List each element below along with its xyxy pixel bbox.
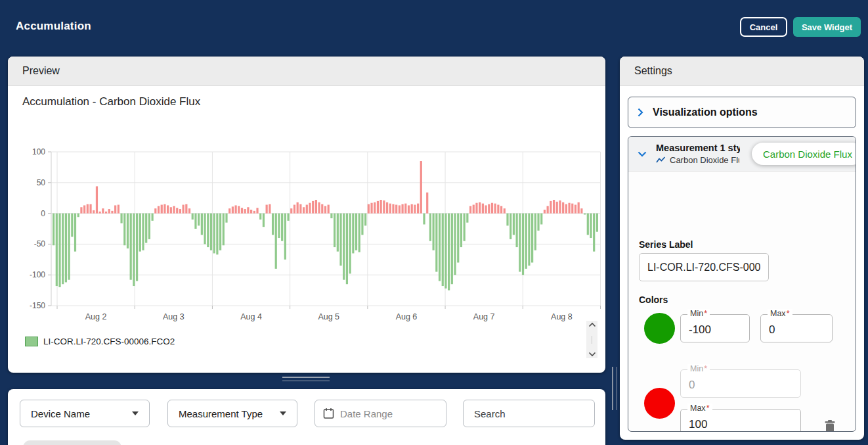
measurement-style-header-text: Measurement 1 style Carbon Dioxide Flux [656, 143, 740, 165]
legend-swatch [25, 337, 38, 346]
app-window: Accumulation Cancel Save Widget Preview … [0, 0, 868, 445]
device-name-dropdown[interactable]: Device Name [20, 400, 150, 427]
svg-text:-100: -100 [30, 270, 45, 279]
scroll-down-icon[interactable] [588, 352, 596, 357]
svg-text:Aug 3: Aug 3 [163, 312, 184, 321]
svg-text:-150: -150 [30, 301, 45, 310]
scroll-up-icon[interactable] [588, 322, 596, 327]
measurement-type-dropdown[interactable]: Measurement Type [167, 400, 297, 427]
date-range-input[interactable] [340, 408, 438, 419]
svg-text:-50: -50 [34, 239, 46, 248]
svg-text:Aug 7: Aug 7 [473, 312, 495, 321]
min-field-2: Min* [680, 369, 801, 398]
device-name-dropdown-label: Device Name [31, 408, 90, 419]
max-field-2-label: Max* [687, 404, 712, 413]
page-title: Accumulation [16, 20, 91, 33]
settings-panel-title: Settings [634, 65, 672, 77]
max-field-1: Max* [760, 314, 833, 342]
save-widget-button[interactable]: Save Widget [793, 17, 861, 37]
measurement-name-label: Carbon Dioxide Flux [670, 155, 739, 165]
svg-text:Aug 2: Aug 2 [85, 312, 107, 321]
accumulation-bar-chart: 100500-50-100-150Aug 2Aug 3Aug 4Aug 5Aug… [8, 129, 605, 327]
chevron-down-icon [638, 151, 647, 157]
svg-text:0: 0 [41, 209, 45, 218]
date-range-field[interactable] [315, 400, 446, 427]
chart-legend[interactable]: LI-COR.LI-720.CFS-00006.FCO2 [25, 337, 175, 346]
visualization-options-accordion[interactable]: Visualization options [628, 97, 856, 128]
trash-icon [823, 419, 836, 432]
series-label-input[interactable] [639, 253, 769, 281]
filter-bar: Device Name Measurement Type [8, 389, 605, 445]
bottom-tab-pill[interactable] [23, 440, 121, 445]
cancel-button[interactable]: Cancel [740, 17, 787, 37]
vertical-resize-handle[interactable] [612, 367, 617, 410]
max-field-1-input[interactable] [761, 315, 832, 342]
calendar-icon [323, 408, 334, 419]
chart-title: Accumulation - Carbon Dioxide Flux [22, 95, 200, 108]
max-field-2: Max* [680, 409, 801, 432]
line-chart-icon [656, 156, 666, 164]
min-field-1: Min* [680, 314, 750, 342]
preview-panel: Preview Accumulation - Carbon Dioxide Fl… [8, 57, 605, 373]
max-field-2-input[interactable] [681, 410, 800, 432]
measurement-style-accordion: Measurement 1 style Carbon Dioxide Flux … [628, 136, 856, 432]
measurement-type-dropdown-label: Measurement Type [179, 408, 263, 419]
svg-text:Aug 4: Aug 4 [240, 312, 262, 321]
measurement-style-title: Measurement 1 style [656, 143, 740, 153]
svg-text:100: 100 [32, 147, 45, 156]
delete-color-button[interactable] [823, 419, 836, 432]
svg-text:Aug 5: Aug 5 [318, 312, 339, 321]
chevron-right-icon [638, 108, 643, 117]
legend-label: LI-COR.LI-720.CFS-00006.FCO2 [43, 337, 175, 346]
chevron-down-icon [132, 411, 139, 415]
colors-heading: Colors [639, 294, 668, 305]
min-field-2-input[interactable] [681, 370, 800, 397]
max-field-1-label: Max* [768, 309, 792, 318]
visualization-options-label: Visualization options [653, 106, 758, 118]
settings-panel: Settings Visualization options Measureme… [620, 57, 864, 440]
measurement-tooltip-chip: Carbon Dioxide Flux [752, 143, 856, 165]
search-input[interactable] [474, 408, 584, 419]
color-swatch-red[interactable] [644, 388, 675, 419]
color-swatch-green[interactable] [644, 313, 675, 344]
chevron-down-icon [280, 411, 286, 415]
min-field-1-input[interactable] [681, 315, 749, 342]
series-label-heading: Series Label [639, 239, 693, 250]
svg-text:50: 50 [37, 178, 46, 187]
scrollbar-track [592, 336, 592, 344]
svg-text:Aug 8: Aug 8 [551, 312, 573, 321]
svg-text:Aug 6: Aug 6 [396, 312, 418, 321]
horizontal-resize-handle[interactable] [282, 377, 330, 383]
min-field-2-label: Min* [687, 364, 710, 373]
preview-panel-header: Preview [8, 57, 605, 86]
measurement-style-header[interactable]: Measurement 1 style Carbon Dioxide Flux … [628, 137, 856, 172]
preview-panel-title: Preview [22, 65, 60, 77]
min-field-1-label: Min* [687, 309, 710, 318]
search-field[interactable] [463, 400, 595, 427]
legend-scrollbar[interactable] [586, 321, 597, 358]
settings-panel-header: Settings [620, 57, 864, 86]
